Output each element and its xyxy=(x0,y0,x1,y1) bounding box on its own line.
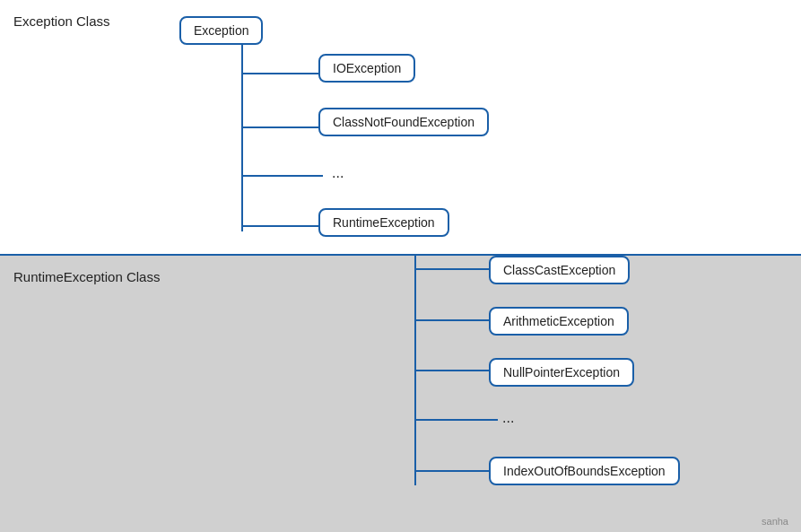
exception-class-label: Exception Class xyxy=(13,13,110,29)
bottom-section: RuntimeException Class ClassCastExceptio… xyxy=(0,256,801,532)
top-section: Exception Class Exception IOException Cl… xyxy=(0,0,801,256)
bottom-ellipsis: ... xyxy=(502,410,514,426)
watermark: sanha xyxy=(762,516,788,527)
top-ellipsis: ... xyxy=(332,165,344,181)
null-pointer-node: NullPointerException xyxy=(489,358,634,387)
class-not-found-node: ClassNotFoundException xyxy=(318,108,489,136)
exception-node: Exception xyxy=(179,16,263,45)
runtime-exception-class-label: RuntimeException Class xyxy=(13,269,160,284)
class-cast-node: ClassCastException xyxy=(489,256,630,284)
bottom-connectors xyxy=(0,256,801,532)
index-out-of-bounds-node: IndexOutOfBoundsException xyxy=(489,457,680,485)
runtime-exception-node: RuntimeException xyxy=(318,208,449,237)
arithmetic-node: ArithmeticException xyxy=(489,307,629,336)
io-exception-node: IOException xyxy=(318,54,415,83)
